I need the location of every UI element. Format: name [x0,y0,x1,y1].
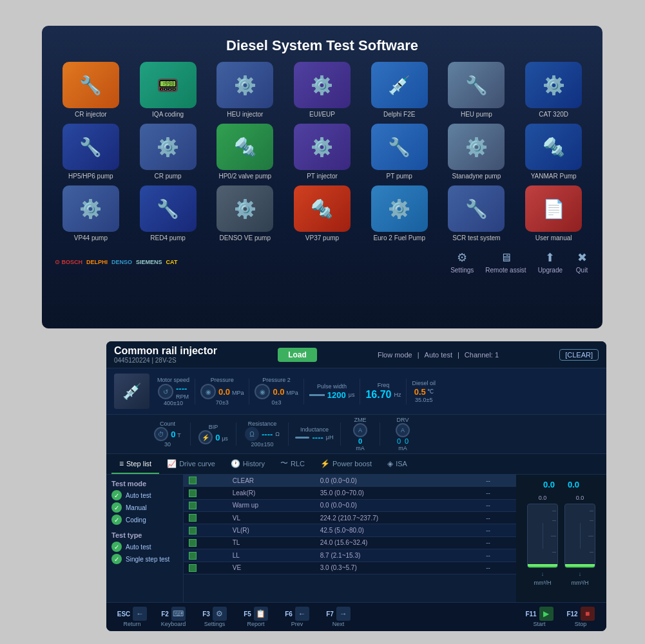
gauge-fill-right [565,564,595,567]
tab-power-boost[interactable]: ⚡ Power boost [313,454,380,474]
resistance-icon: Ω [245,427,259,441]
step-checkbox-ve[interactable] [189,564,197,572]
separator1: | [418,351,419,359]
gauge-val-right: 0.0 [568,480,579,489]
diesel-unit: ℃ [427,388,434,395]
zme-icon: A [353,423,367,437]
icon-euro2[interactable]: ⚙️ Euro 2 Fuel Pump [363,185,436,242]
history-icon: 🕐 [231,459,240,468]
icon-cat-320d[interactable]: ⚙️ CAT 320D [517,62,590,118]
brand-bosch: ⊙ BOSCH [55,259,82,265]
icon-stanadyne[interactable]: ⚙️ Stanadyne pump [441,124,513,180]
inject-arrow-right: ↓ [579,571,582,577]
divider3 [303,379,304,404]
metrics-row2: Count ⏱ 0 T 30 BIP ⚡ 0 μs Re [106,415,606,454]
drv-icon: A [396,423,410,437]
test-type-single: ✓ Single step test [111,554,178,564]
icon-eui-eup[interactable]: ⚙️ EUI/EUP [286,62,358,118]
step-list-icon: ≡ [119,459,124,468]
f2-icon: ⌨ [171,607,186,621]
icon-hp5-hp6[interactable]: 🔧 HP5/HP6 pump [55,124,127,180]
icon-vp37[interactable]: 🔩 VP37 pump [286,185,358,242]
app-title: Diesel System Test Software [42,26,602,62]
fn-f2[interactable]: F2 ⌨ Keyboard [154,607,193,627]
upgrade-icon: ⬆ [543,250,558,265]
metrics-row1: 💉 Motor speed ↺ ---- RPM 400±10 Pressure… [106,368,606,415]
step-checkbox-warmup[interactable] [189,502,197,509]
step-checkbox-vlr[interactable] [189,527,197,535]
step-checkbox-vl[interactable] [189,514,197,522]
icon-vp44[interactable]: ⚙️ VP44 pump [55,185,127,242]
divider10 [380,422,380,446]
icon-heu-pump[interactable]: 🔧 HEU pump [441,62,513,118]
icon-yanmar[interactable]: 🔩 YANMAR Pump [517,124,590,180]
clear-button[interactable]: [CLEAR] [559,349,599,361]
zme-group: ZME A 0 mA [347,417,373,451]
injector-subtitle: 0445120224 | 28V-2S [114,357,217,364]
icon-cr-injector[interactable]: 🔧 CR injector [55,62,127,118]
brand-delphi: DELPHI [86,259,108,265]
esc-icon: ← [133,607,147,621]
freq-group: Freq 16.70 Hz [365,382,401,401]
fn-f11[interactable]: F11 ▶ Start [520,607,559,627]
icon-hp0-2-valve[interactable]: 🔩 HP0/2 valve pump [209,124,281,180]
remote-assist-btn[interactable]: 🖥 Remote assist [485,250,526,274]
injector-title: Common rail injector [114,345,217,357]
tab-history[interactable]: 🕐 History [223,454,273,474]
step-checkbox-leak[interactable] [189,489,197,497]
settings-btn[interactable]: ⚙ Settings [450,250,474,274]
pressure2-icon: ◉ [255,384,270,399]
zme-unit: mA [356,445,365,451]
icon-denso-ve[interactable]: ⚙️ DENSO VE pump [209,185,281,242]
tab-drive-curve[interactable]: 📈 Drive curve [159,454,223,474]
divider1 [195,379,195,404]
bp-header: Common rail injector 0445120224 | 28V-2S… [106,341,606,368]
gauge-reading-left: 0.0 [539,495,547,501]
fn-esc[interactable]: ESC ← Return [113,607,151,627]
count-value: 0 [171,430,175,439]
f5-icon: 📋 [254,607,268,621]
tab-rlc[interactable]: 〜 RLC [273,454,313,474]
icon-pt-pump[interactable]: 🔧 PT pump [363,124,436,180]
step-row-leak: Leak(R) 35.0 (0.0~70.0) -- [184,487,516,499]
icon-user-manual[interactable]: 📄 User manual [517,185,590,242]
step-checkbox-ll[interactable] [189,552,197,560]
icon-cr-pump[interactable]: ⚙️ CR pump [132,124,204,180]
fn-f6[interactable]: F6 ← Prev [278,607,316,627]
tab-step-list[interactable]: ≡ Step list [111,454,159,474]
inductance-group: Inductance ---- μH [295,426,334,442]
load-button[interactable]: Load [278,348,317,362]
icon-scr[interactable]: 🔧 SCR test system [441,185,513,242]
icon-heu-injector[interactable]: ⚙️ HEU injector [209,62,281,118]
gauge-tubes-row: 0.0 ↓ mm³/H 0.0 [527,495,595,586]
upgrade-btn[interactable]: ⬆ Upgrade [538,250,563,274]
icon-red4[interactable]: 🔧 RED4 pump [132,185,204,242]
icon-delphi-f2e[interactable]: 💉 Delphi F2E [363,62,436,118]
pulse-value: 1200 [327,390,346,400]
gauge-left: 0.0 ↓ mm³/H [527,495,558,586]
motor-speed-value: ---- [176,384,189,393]
fn-f12[interactable]: F12 ■ Stop [561,607,600,627]
icon-pt-injector[interactable]: ⚙️ PT injector [286,124,358,180]
rlc-icon: 〜 [280,458,288,469]
motor-speed-sub: 400±10 [164,400,183,406]
step-row-vl: VL 224.2 (210.7~237.7) -- [184,512,516,524]
pressure2-sub: 0±3 [272,399,282,406]
fn-f5[interactable]: F5 📋 Report [236,607,275,627]
fn-f7[interactable]: F7 → Next [319,607,358,627]
gauge-unit-left: mm³/H [534,580,552,586]
icon-iqa-coding[interactable]: 📟 IQA coding [132,62,204,118]
footer-bar: ESC ← Return F2 ⌨ Keyboard F3 ⚙ Settings… [106,602,606,631]
pressure-icon: ◉ [200,384,216,399]
pressure-unit: MPa [232,390,244,396]
drv-value1: 0 [397,437,401,445]
test-mode-auto: ✓ Auto test [111,490,178,500]
pulse-group: Pulse width 1200 μs [309,383,355,400]
step-checkbox-clear[interactable] [189,477,197,484]
quit-btn[interactable]: ✖ Quit [574,250,590,274]
tab-isa[interactable]: ◈ ISA [380,454,415,474]
step-checkbox-tl[interactable] [189,539,197,547]
fn-f3[interactable]: F3 ⚙ Settings [195,607,234,627]
pressure-group: Pressure ◉ 0.0 MPa 70±3 [200,377,244,406]
auto-test-mode: Auto test [425,351,452,359]
